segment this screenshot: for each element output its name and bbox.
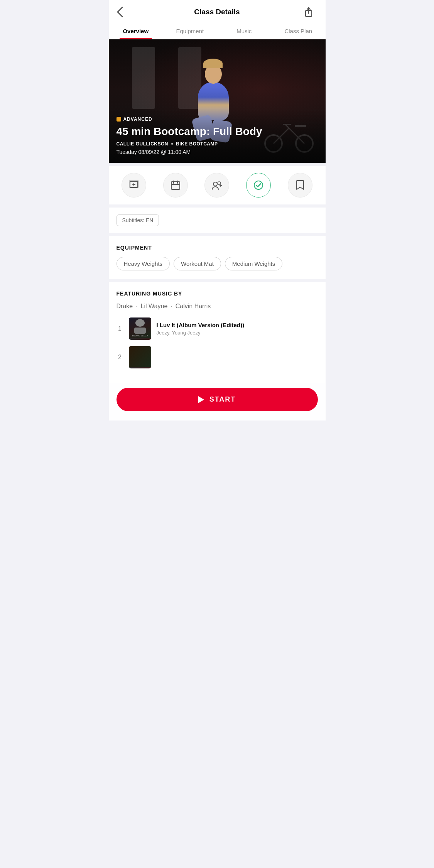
music-title: FEATURING MUSIC BY <box>117 290 318 297</box>
track-2[interactable]: 2 <box>117 346 318 368</box>
svg-point-18 <box>218 182 221 185</box>
artist-3: Calvin Harris <box>176 303 211 310</box>
start-bar: START <box>109 383 326 420</box>
play-icon <box>198 396 204 403</box>
music-artists-list: Drake · Lil Wayne · Calvin Harris <box>117 303 318 310</box>
class-date: Tuesday 08/09/22 @ 11:00 AM <box>117 149 318 155</box>
track-1[interactable]: 1 YOUNG JEEZY I Luv It (Album Version (E… <box>117 317 318 340</box>
track-number-1: 1 <box>117 325 123 332</box>
equipment-tags: Heavy Weights Workout Mat Medium Weights <box>117 257 318 270</box>
equipment-tag-heavy-weights[interactable]: Heavy Weights <box>117 257 170 270</box>
tab-class-plan[interactable]: Class Plan <box>271 22 326 39</box>
track-title-1: I Luv It (Album Version (Edited)) <box>157 322 318 328</box>
bookmark-button[interactable] <box>288 173 312 198</box>
dot-2: · <box>171 303 172 310</box>
track-info-2 <box>157 350 318 364</box>
track-title-2 <box>157 350 318 357</box>
hero-image: ADVANCED 45 min Bootcamp: Full Body CALL… <box>109 39 326 163</box>
share-button[interactable] <box>304 7 318 17</box>
svg-point-17 <box>213 182 217 186</box>
subtitles-section: Subtitles: EN <box>109 208 326 233</box>
class-title: 45 min Bootcamp: Full Body <box>117 125 318 138</box>
start-label: START <box>209 395 236 404</box>
share-friends-button[interactable] <box>204 173 229 198</box>
header: Class Details <box>109 0 326 22</box>
class-category: BIKE BOOTCAMP <box>176 141 218 147</box>
equipment-tag-workout-mat[interactable]: Workout Mat <box>174 257 221 270</box>
svg-point-21 <box>254 181 263 189</box>
track-art-1: YOUNG JEEZY <box>129 317 151 340</box>
track-number-2: 2 <box>117 354 123 361</box>
track-artist-1: Jeezy, Young Jeezy <box>157 330 318 336</box>
start-button[interactable]: START <box>117 388 318 411</box>
music-section: FEATURING MUSIC BY Drake · Lil Wayne · C… <box>109 282 326 383</box>
schedule-button[interactable] <box>163 173 188 198</box>
actions-row <box>109 166 326 204</box>
artist-2: Lil Wayne <box>141 303 168 310</box>
tab-equipment[interactable]: Equipment <box>163 22 217 39</box>
back-button[interactable] <box>117 6 130 18</box>
instructor-name: CALLIE GULLICKSON <box>117 141 169 147</box>
track-art-2 <box>129 346 151 368</box>
subtitles-badge[interactable]: Subtitles: EN <box>117 214 159 226</box>
dot-1: · <box>136 303 137 310</box>
tabs-nav: Overview Equipment Music Class Plan <box>109 22 326 39</box>
tab-music[interactable]: Music <box>217 22 272 39</box>
equipment-title: EQUIPMENT <box>117 245 318 251</box>
difficulty-label: ADVANCED <box>123 117 152 122</box>
add-to-stack-button[interactable] <box>122 173 146 198</box>
mark-complete-button[interactable] <box>246 173 271 198</box>
difficulty-badge: ADVANCED <box>117 117 152 122</box>
tab-overview[interactable]: Overview <box>109 22 163 39</box>
svg-rect-13 <box>171 182 180 189</box>
instructor-info: CALLIE GULLICKSON BIKE BOOTCAMP <box>117 141 318 147</box>
hero-overlay: ADVANCED 45 min Bootcamp: Full Body CALL… <box>109 108 326 163</box>
artist-1: Drake <box>117 303 133 310</box>
page-title: Class Details <box>130 8 304 16</box>
track-info-1: I Luv It (Album Version (Edited)) Jeezy,… <box>157 322 318 336</box>
equipment-section: EQUIPMENT Heavy Weights Workout Mat Medi… <box>109 236 326 279</box>
badge-dot <box>117 117 121 122</box>
equipment-tag-medium-weights[interactable]: Medium Weights <box>225 257 282 270</box>
track-artist-2 <box>157 358 318 364</box>
